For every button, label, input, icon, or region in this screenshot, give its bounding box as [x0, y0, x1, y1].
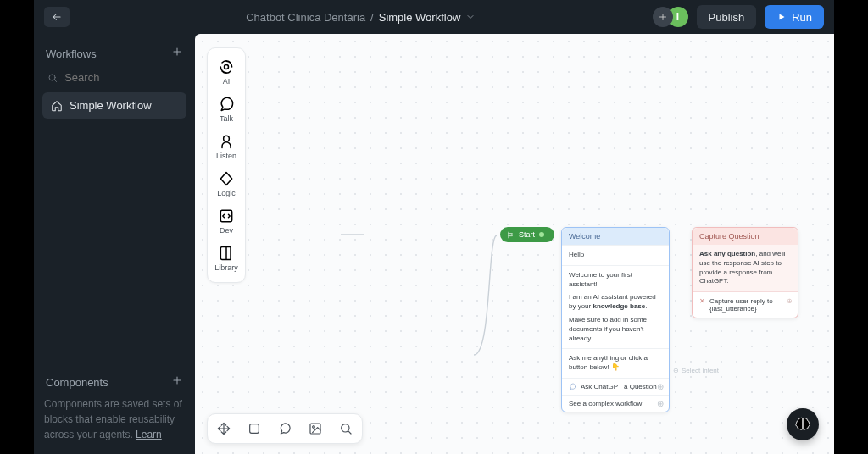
flag-icon [507, 231, 515, 239]
intent-hint[interactable]: ⊕ Select intent [673, 367, 719, 374]
close-icon: ✕ [699, 297, 705, 313]
add-collaborator-button[interactable] [653, 7, 673, 27]
add-component-button[interactable] [171, 374, 183, 390]
plus-icon [171, 46, 183, 58]
sidebar-search[interactable] [42, 68, 186, 87]
brain-icon [793, 415, 812, 434]
avatar-stack: I [653, 7, 688, 27]
ai-icon [218, 58, 235, 75]
capture-row[interactable]: ✕ Capture user reply to {last_utterance}… [693, 291, 798, 318]
svg-rect-4 [250, 424, 259, 434]
search-icon [47, 72, 58, 84]
svg-point-2 [224, 136, 230, 141]
sidebar-item-simple-workflow[interactable]: Simple Workflow [42, 92, 186, 119]
run-button[interactable]: Run [765, 5, 824, 29]
library-icon [218, 245, 235, 262]
topbar: Chatbot Clinica Dentária / Simple Workfl… [34, 0, 834, 34]
plus-icon: ⊕ [657, 399, 664, 408]
plus-icon [171, 374, 183, 386]
move-icon [217, 422, 231, 435]
move-tool[interactable] [214, 419, 233, 438]
run-label: Run [792, 11, 812, 24]
search-input[interactable] [64, 71, 181, 84]
app-frame: Chatbot Clinica Dentária / Simple Workfl… [34, 0, 834, 454]
canvas[interactable]: AI Talk Listen Logic Dev [195, 34, 834, 454]
assistant-fab[interactable] [787, 408, 819, 440]
components-header: Components [42, 374, 186, 390]
welcome-prompt: Ask me anything or click a button below!… [562, 348, 669, 378]
breadcrumb-parent[interactable]: Chatbot Clinica Dentária [246, 11, 365, 24]
plus-icon: ⊕ [657, 382, 664, 391]
listen-icon [218, 133, 235, 150]
welcome-node[interactable]: Welcome Hello Welcome to your first assi… [561, 227, 670, 412]
breadcrumb: Chatbot Clinica Dentária / Simple Workfl… [78, 11, 644, 24]
workflows-label: Workflows [46, 47, 97, 60]
note-icon [248, 422, 261, 435]
logic-icon [218, 170, 235, 187]
capture-text: Ask any question, and we'll use the resp… [693, 245, 798, 291]
chat-icon [569, 383, 576, 390]
plus-icon: ⊕ [787, 297, 793, 305]
learn-link[interactable]: Learn [136, 429, 162, 440]
home-icon [51, 100, 63, 112]
chevron-down-icon[interactable] [465, 12, 476, 22]
plus-icon [658, 12, 668, 22]
breadcrumb-current[interactable]: Simple Workflow [379, 11, 461, 24]
sidebar-components-section: Components Components are saved sets of … [42, 374, 186, 442]
add-workflow-button[interactable] [171, 46, 183, 61]
breadcrumb-sep: / [370, 11, 374, 24]
comment-icon [278, 422, 292, 435]
toolbar-item-logic[interactable]: Logic [210, 167, 242, 201]
welcome-hello: Hello [562, 245, 669, 265]
note-tool[interactable] [245, 419, 264, 438]
capture-header: Capture Question [693, 228, 798, 245]
search-icon [339, 422, 353, 435]
toolbar-item-library[interactable]: Library [210, 241, 242, 275]
components-label: Components [46, 376, 108, 389]
capture-node[interactable]: Capture Question Ask any question, and w… [692, 227, 798, 318]
publish-label: Publish [709, 11, 745, 24]
sidebar-item-label: Simple Workflow [70, 99, 152, 112]
play-icon [776, 12, 787, 22]
back-button[interactable] [44, 7, 70, 27]
dev-icon [218, 208, 235, 224]
bottom-toolbar [207, 413, 363, 444]
svg-point-6 [313, 426, 315, 429]
toolbar-item-talk[interactable]: Talk [210, 92, 242, 126]
zoom-tool[interactable] [337, 419, 355, 438]
toolbar-item-listen[interactable]: Listen [210, 130, 242, 163]
comment-tool[interactable] [275, 419, 294, 438]
toolbar-item-dev[interactable]: Dev [210, 204, 242, 238]
arrow-left-icon [51, 11, 63, 23]
body: Workflows Simple Workflow Components [34, 34, 834, 454]
start-node[interactable]: Start [500, 227, 554, 242]
svg-point-1 [225, 65, 229, 69]
toolbar-item-ai[interactable]: AI [210, 55, 242, 89]
welcome-btn-complex[interactable]: See a complex workflow ⊕ [562, 395, 669, 412]
talk-icon [218, 96, 235, 113]
components-desc: Components are saved sets of blocks that… [42, 396, 186, 442]
publish-button[interactable]: Publish [697, 5, 757, 29]
welcome-header: Welcome [562, 228, 669, 245]
sidebar-workflows-header: Workflows [42, 46, 186, 61]
welcome-text: Welcome to your first assistant! I am an… [562, 265, 669, 349]
welcome-btn-ask[interactable]: Ask ChatGPT a Question ⊕ [562, 378, 669, 395]
plus-icon: ⊕ [673, 367, 679, 374]
image-tool[interactable] [306, 419, 325, 438]
vertical-toolbar: AI Talk Listen Logic Dev [207, 47, 246, 283]
image-icon [309, 422, 322, 435]
sidebar: Workflows Simple Workflow Components [34, 34, 195, 454]
